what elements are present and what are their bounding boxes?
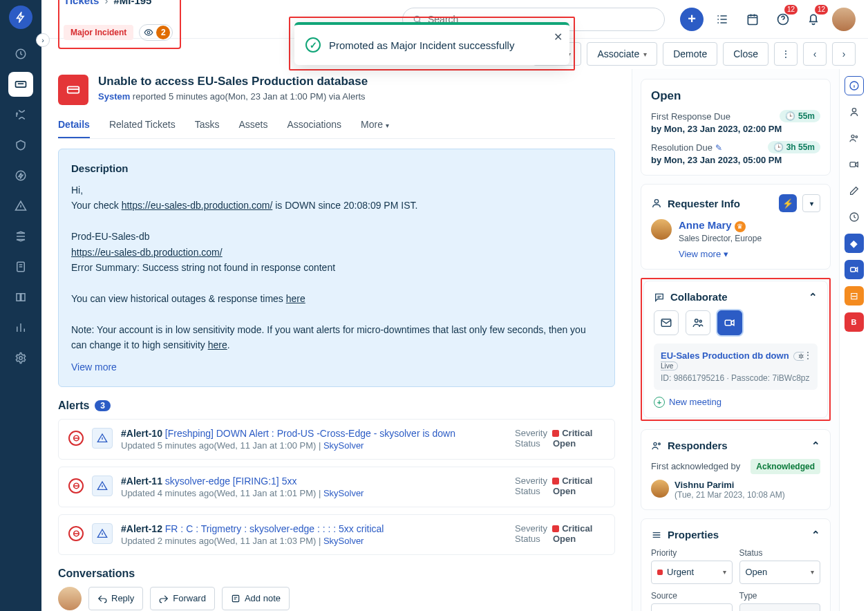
sensitivity-link[interactable]: here [208, 339, 227, 350]
requester-name[interactable]: Anne Mary [679, 219, 732, 231]
tab-assets[interactable]: Assets [238, 112, 267, 138]
nav-assets[interactable] [8, 224, 33, 249]
breadcrumb-current: #MI-195 [113, 0, 151, 6]
tasks-icon[interactable] [710, 8, 734, 31]
nav-problems[interactable] [8, 102, 33, 127]
check-url-link[interactable]: https://eu-sales-db.production.com/ [122, 200, 273, 211]
alert-card[interactable]: ⊖ #Alert-10 [Freshping] DOWN Alert : Pro… [58, 419, 615, 460]
rail-user-icon[interactable] [845, 102, 864, 122]
edit-resolution-icon[interactable]: ✎ [715, 143, 722, 153]
toast-message: Promoted as Major Incident successfully [329, 39, 514, 51]
associate-dropdown[interactable]: Associate▾ [587, 42, 657, 66]
watchers-chip[interactable]: 2 [139, 24, 173, 41]
rail-history-icon[interactable] [845, 207, 864, 227]
expand-sidebar[interactable]: › [36, 33, 50, 47]
unlink-icon[interactable]: ⊖ [68, 478, 84, 494]
ack-label: First acknowledged by [651, 461, 740, 471]
nav-alerts[interactable] [8, 194, 33, 218]
history-link[interactable]: here [286, 293, 305, 304]
svg-point-20 [851, 135, 854, 138]
tab-tasks[interactable]: Tasks [195, 112, 220, 138]
tab-related[interactable]: Related Tickets [109, 112, 176, 138]
nav-releases[interactable] [8, 163, 33, 188]
watchers-count: 2 [156, 26, 170, 39]
eye-icon [144, 28, 153, 37]
rail-jira-icon[interactable]: ◆ [845, 234, 864, 253]
rail-edit-icon[interactable] [845, 181, 864, 200]
nav-settings[interactable] [8, 346, 33, 370]
unlink-icon[interactable]: ⊖ [68, 526, 84, 541]
status-select[interactable]: Open▾ [739, 561, 821, 584]
calendar-icon[interactable] [741, 8, 764, 31]
next-ticket-button[interactable]: › [832, 42, 856, 66]
requester-view-more[interactable]: View more ▾ [679, 249, 728, 259]
new-button[interactable]: + [680, 8, 704, 31]
meeting-menu[interactable]: ⋮ [804, 350, 812, 360]
check-icon: ✓ [305, 37, 321, 53]
db-url-link[interactable]: https://eu-sales-db.production.com/ [71, 247, 223, 258]
nav-reports[interactable] [8, 315, 33, 340]
bell-icon[interactable]: 12 [802, 8, 825, 31]
status-card: Open First Response Due 🕒 55m by Mon, 23… [641, 79, 831, 176]
add-note-button[interactable]: Add note [222, 587, 290, 610]
video-collab-icon[interactable] [717, 310, 742, 335]
acknowledged-pill: Acknowledged [751, 459, 820, 474]
nav-changes[interactable] [8, 133, 33, 158]
reply-button[interactable]: Reply [88, 587, 143, 610]
ticket-title: Unable to access EU-Sales Production dat… [98, 75, 368, 88]
unlink-icon[interactable]: ⊖ [68, 431, 84, 446]
status-open: Open [651, 89, 820, 103]
toast-close[interactable]: ✕ [554, 30, 563, 44]
nav-contracts[interactable] [8, 254, 33, 279]
prev-ticket-button[interactable]: ‹ [803, 42, 827, 66]
rail-video-icon[interactable] [845, 155, 864, 174]
rail-zoom-icon[interactable] [845, 260, 864, 279]
alert-card[interactable]: ⊖ #Alert-11 skysolver-edge [FIRING:1] 5x… [58, 467, 615, 507]
alert-card[interactable]: ⊖ #Alert-12 FR : C : Trigmetry : skysolv… [58, 514, 615, 555]
meeting-card[interactable]: EU-Sales Production db down✲ Live ID: 98… [654, 344, 818, 390]
properties-collapse[interactable]: ⌃ [811, 529, 820, 541]
more-actions-button[interactable]: ⋮ [774, 42, 798, 66]
breadcrumb-root[interactable]: Tickets [64, 0, 99, 6]
svg-point-17 [659, 443, 661, 445]
tab-associations[interactable]: Associations [287, 112, 341, 138]
conversations-heading: Conversations [58, 567, 615, 580]
svg-rect-7 [748, 15, 757, 24]
rail-users-icon[interactable] [845, 129, 864, 148]
current-user-avatar [58, 587, 82, 610]
email-collab-icon[interactable] [654, 310, 679, 335]
profile-avatar[interactable] [832, 8, 856, 31]
forward-button[interactable]: Forward [150, 587, 215, 610]
priority-select[interactable]: Urgent▾ [651, 561, 733, 584]
alert-type-icon [92, 523, 113, 544]
type-label: Type [739, 591, 821, 601]
help-icon[interactable]: 12 [771, 8, 795, 31]
brand-logo[interactable] [9, 6, 32, 29]
source-select[interactable]: Portal▾ [651, 603, 733, 612]
rail-info-icon[interactable] [845, 76, 864, 95]
close-button[interactable]: Close [723, 42, 768, 66]
tab-details[interactable]: Details [58, 112, 90, 138]
responders-collapse[interactable]: ⌃ [811, 440, 820, 452]
description-heading: Description [71, 160, 602, 177]
new-meeting-button[interactable]: +New meeting [654, 397, 721, 408]
tab-more[interactable]: More▾ [361, 112, 389, 138]
rail-app1-icon[interactable]: ⊟ [845, 286, 864, 306]
bell-badge: 12 [815, 5, 828, 15]
requester-dropdown[interactable]: ▾ [802, 194, 820, 212]
rail-app2-icon[interactable]: B [845, 312, 864, 332]
demote-button[interactable]: Demote [663, 42, 717, 66]
nav-tickets[interactable] [8, 72, 33, 97]
nav-dashboard[interactable] [8, 41, 33, 66]
nav-solutions[interactable] [8, 285, 33, 310]
major-incident-badge: Major Incident [64, 25, 133, 40]
right-sidebar: Open First Response Due 🕒 55m by Mon, 23… [632, 69, 839, 611]
description-view-more[interactable]: View more [71, 359, 117, 375]
collapse-icon[interactable]: ⌃ [809, 291, 818, 303]
requester-flash-icon[interactable]: ⚡ [779, 194, 797, 212]
responder-time: (Tue, 21 Mar 2023, 10:08 AM) [674, 490, 785, 500]
resolution-by: by Mon, 23 Jan 2023, 05:00 PM [651, 155, 820, 165]
right-rail: ◆ ⊟ B [839, 69, 868, 611]
teams-collab-icon[interactable] [686, 310, 710, 335]
first-response-eta: 🕒 55m [780, 110, 820, 122]
